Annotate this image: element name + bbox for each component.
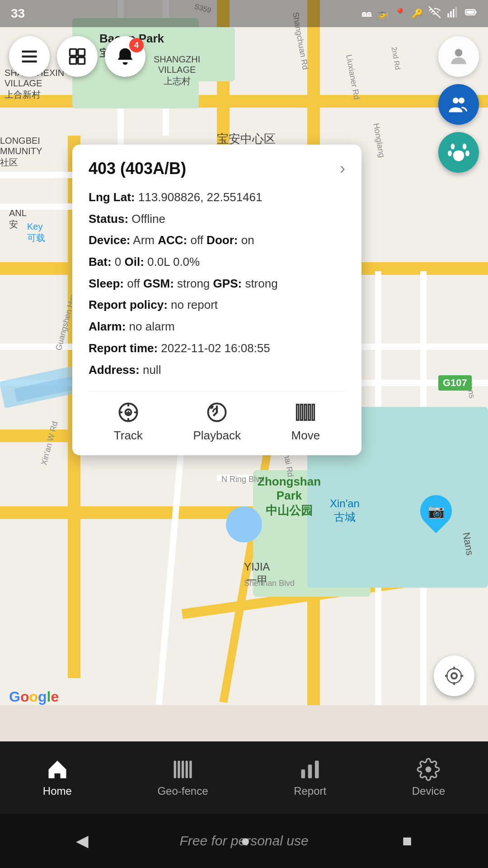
svg-rect-31 [313, 405, 314, 420]
device-label: Device: [89, 233, 131, 247]
lnglat-label: Lng Lat: [89, 190, 135, 204]
svg-rect-29 [305, 405, 306, 420]
status-label: Status: [89, 212, 128, 226]
svg-rect-34 [174, 761, 176, 778]
svg-point-42 [426, 767, 432, 773]
camera-pin: 📷 [420, 495, 452, 527]
battery-icon [465, 6, 477, 21]
move-label: Move [291, 429, 320, 443]
card-expand-button[interactable]: › [340, 159, 345, 178]
google-logo: Google [9, 689, 59, 705]
playback-button[interactable]: Playback [193, 401, 241, 443]
track-label: Track [114, 429, 143, 443]
svg-point-13 [455, 49, 463, 57]
nav-item-device[interactable]: Device [412, 758, 445, 797]
svg-rect-28 [301, 405, 303, 420]
bat-label: Bat: [89, 255, 112, 269]
notification-button[interactable]: 4 [105, 36, 145, 77]
svg-rect-41 [315, 761, 319, 778]
my-location-button[interactable] [434, 656, 474, 696]
svg-point-18 [448, 151, 452, 156]
svg-rect-0 [447, 13, 449, 17]
door-value: on [241, 233, 254, 247]
status-value: Offline [131, 212, 165, 226]
device-row: Device: Arm ACC: off Door: on [89, 232, 345, 249]
community-icon: 🏘 [362, 8, 372, 19]
avatar-button[interactable] [438, 36, 479, 77]
svg-point-16 [451, 144, 455, 150]
oil-value: 0.0L 0.0% [147, 255, 200, 269]
svg-rect-30 [309, 405, 310, 420]
bat-value: 0 [115, 255, 121, 269]
svg-rect-10 [78, 49, 85, 56]
people-button[interactable] [438, 84, 479, 125]
track-button[interactable]: Track [114, 401, 143, 443]
nav-item-geofence[interactable]: Geo-fence [157, 758, 208, 797]
gps-label: GPS: [213, 277, 242, 290]
svg-rect-12 [78, 57, 85, 64]
gsm-value: strong [177, 277, 210, 290]
report-policy-label: Report policy: [89, 298, 168, 311]
svg-rect-1 [450, 11, 452, 18]
alarm-label: Alarm: [89, 320, 126, 333]
svg-rect-27 [297, 405, 299, 420]
gsm-label: GSM: [143, 277, 174, 290]
svg-rect-2 [453, 9, 455, 18]
report-time-row: Report time: 2022-11-02 16:08:55 [89, 340, 345, 357]
svg-rect-40 [308, 764, 312, 778]
svg-rect-9 [70, 49, 77, 56]
nav-report-label: Report [294, 785, 326, 797]
device-value: Arm [133, 233, 155, 247]
nav-device-label: Device [412, 785, 445, 797]
right-float-buttons [438, 36, 479, 173]
svg-rect-39 [301, 769, 305, 778]
svg-point-32 [451, 673, 457, 679]
svg-rect-5 [467, 11, 474, 14]
drone-icon: 🚁 [377, 8, 389, 19]
nav-item-home[interactable]: Home [43, 758, 72, 797]
report-time-label: Report time: [89, 341, 158, 355]
move-button[interactable]: Move [291, 401, 320, 443]
card-actions: Track Playback Move [89, 391, 345, 443]
watermark-text: Free for personal use [179, 833, 308, 849]
alarm-value: no alarm [129, 320, 175, 333]
svg-point-15 [459, 98, 465, 104]
status-time: 33 [11, 6, 25, 21]
svg-point-17 [463, 144, 467, 150]
svg-rect-38 [190, 761, 192, 778]
wifi-icon [428, 6, 441, 21]
gps-value: strong [245, 277, 277, 290]
svg-rect-35 [178, 761, 180, 778]
playback-label: Playback [193, 429, 241, 443]
menu-button[interactable] [9, 36, 50, 77]
svg-rect-3 [455, 7, 457, 17]
report-time-value: 2022-11-02 16:08:55 [161, 341, 270, 355]
key-icon: 🔑 [412, 8, 423, 19]
report-policy-row: Report policy: no report [89, 297, 345, 314]
signal-icon [446, 6, 459, 21]
fit-bounds-button[interactable] [57, 36, 98, 77]
sleep-value: off [127, 277, 140, 290]
svg-point-33 [447, 669, 461, 683]
lnglat-value: 113.908826, 22.551461 [138, 190, 263, 204]
svg-rect-37 [186, 761, 188, 778]
bottom-navigation: Home Geo-fence Report Device [0, 741, 488, 814]
nav-item-report[interactable]: Report [294, 758, 326, 797]
svg-point-14 [453, 98, 459, 104]
svg-point-19 [465, 151, 469, 156]
status-bar: 33 🏘 🚁 📍 🔑 [0, 0, 488, 27]
door-label: Door: [206, 233, 238, 247]
status-row: Status: Offline [89, 211, 345, 228]
nav-home-label: Home [43, 785, 72, 797]
pet-button[interactable] [438, 132, 479, 173]
svg-rect-11 [70, 57, 77, 64]
svg-rect-36 [182, 761, 184, 778]
acc-label: ACC: [158, 233, 187, 247]
notification-badge: 4 [129, 38, 144, 52]
report-policy-value: no report [171, 298, 218, 311]
oil-label: Oil: [125, 255, 144, 269]
address-value: null [143, 363, 161, 377]
device-title: 403 (403A/B) [89, 159, 186, 178]
sleep-label: Sleep: [89, 277, 124, 290]
nav-geofence-label: Geo-fence [157, 785, 208, 797]
